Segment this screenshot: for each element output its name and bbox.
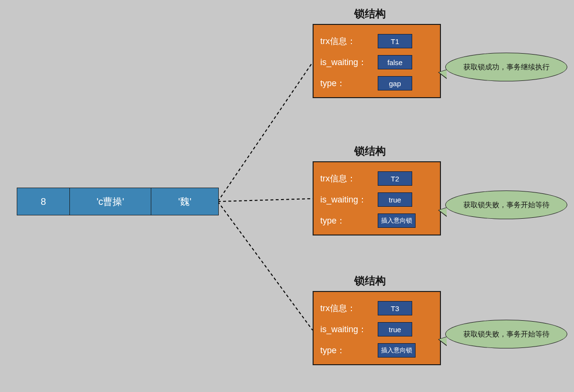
bubble-3: 获取锁失败，事务开始等待 bbox=[445, 320, 567, 348]
lock-row: trx信息： T2 bbox=[320, 168, 433, 189]
svg-line-2 bbox=[218, 202, 313, 330]
lock-label-iswaiting: is_waiting： bbox=[320, 194, 378, 205]
bubble-2: 获取锁失败，事务开始等待 bbox=[445, 190, 567, 219]
lock-box-2: trx信息： T2 is_waiting： true type： 插入意向锁 bbox=[313, 161, 441, 235]
lock-label-iswaiting: is_waiting： bbox=[320, 56, 378, 68]
lock-badge-iswaiting: false bbox=[378, 55, 412, 69]
lock-label-trx: trx信息： bbox=[320, 302, 378, 314]
lock-label-trx: trx信息： bbox=[320, 173, 378, 184]
lock-title-1: 锁结构 bbox=[354, 7, 386, 21]
record-row: 8 'c曹操' '魏' bbox=[17, 188, 219, 215]
bubble-text: 获取锁成功，事务继续执行 bbox=[445, 53, 567, 81]
lock-row: trx信息： T3 bbox=[320, 298, 433, 319]
lock-badge-type: gap bbox=[378, 76, 412, 90]
lock-row: type： 插入意向锁 bbox=[320, 340, 433, 361]
lock-row: type： gap bbox=[320, 73, 433, 94]
bubble-text: 获取锁失败，事务开始等待 bbox=[445, 190, 567, 219]
lock-title-2: 锁结构 bbox=[354, 144, 386, 158]
lock-label-type: type： bbox=[320, 78, 378, 89]
lock-row: is_waiting： true bbox=[320, 319, 433, 340]
lock-label-iswaiting: is_waiting： bbox=[320, 324, 378, 335]
bubble-1: 获取锁成功，事务继续执行 bbox=[445, 53, 567, 81]
lock-box-1: trx信息： T1 is_waiting： false type： gap bbox=[313, 24, 441, 98]
lock-badge-trx: T1 bbox=[378, 34, 412, 48]
lock-badge-trx: T3 bbox=[378, 301, 412, 315]
lock-label-type: type： bbox=[320, 345, 378, 356]
lock-box-3: trx信息： T3 is_waiting： true type： 插入意向锁 bbox=[313, 291, 441, 365]
bubble-text: 获取锁失败，事务开始等待 bbox=[445, 320, 567, 348]
lock-badge-type: 插入意向锁 bbox=[378, 343, 416, 358]
lock-row: type： 插入意向锁 bbox=[320, 210, 433, 231]
lock-badge-iswaiting: true bbox=[378, 192, 412, 207]
lock-row: is_waiting： false bbox=[320, 52, 433, 73]
lock-title-3: 锁结构 bbox=[354, 274, 386, 288]
record-cell-kingdom: '魏' bbox=[151, 188, 218, 215]
lock-label-type: type： bbox=[320, 215, 378, 226]
lock-row: trx信息： T1 bbox=[320, 31, 433, 52]
svg-line-1 bbox=[218, 199, 313, 202]
svg-line-0 bbox=[218, 62, 313, 202]
lock-label-trx: trx信息： bbox=[320, 35, 378, 47]
record-cell-id: 8 bbox=[17, 188, 70, 215]
record-cell-name: 'c曹操' bbox=[70, 188, 151, 215]
lock-badge-trx: T2 bbox=[378, 171, 412, 186]
lock-row: is_waiting： true bbox=[320, 189, 433, 210]
lock-badge-iswaiting: true bbox=[378, 322, 412, 336]
lock-badge-type: 插入意向锁 bbox=[378, 213, 416, 228]
